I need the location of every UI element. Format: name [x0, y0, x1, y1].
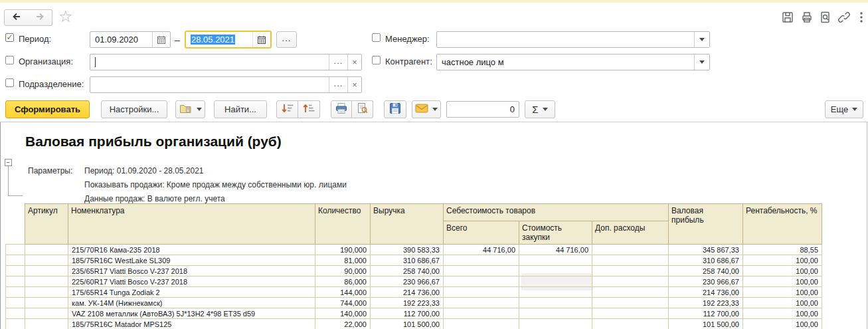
header-cost-group[interactable]: Себестоимость товаров [444, 204, 669, 221]
cell-cost-purchase[interactable] [519, 276, 592, 287]
cell-margin[interactable]: 100,00 [743, 255, 822, 266]
cell-revenue[interactable]: 112 700,00 [371, 308, 444, 319]
save-result-button[interactable] [384, 100, 406, 118]
cell-profit[interactable]: 214 736,00 [669, 287, 743, 298]
cell-revenue[interactable]: 310 686,67 [371, 255, 444, 266]
cell-nomenclature[interactable]: VAZ 2108 металлик (АвтоВАЗ) 5J*13H2 4*98… [68, 308, 315, 319]
cell-profit[interactable]: 112 700,00 [669, 308, 743, 319]
cell-margin[interactable]: 100,00 [743, 287, 822, 298]
choose-button[interactable]: ... [329, 77, 347, 92]
sort-ascending-button[interactable] [298, 100, 320, 118]
cell-lead[interactable] [6, 266, 25, 276]
calendar-icon[interactable] [252, 32, 270, 47]
cell-cost-extra[interactable] [592, 245, 669, 255]
counterparty-field[interactable]: частное лицо м [436, 54, 710, 70]
cell-cost-total[interactable] [444, 319, 519, 329]
header-articul[interactable]: Артикул [25, 204, 68, 245]
autosum-counter-field[interactable]: 0 [446, 101, 519, 118]
cell-margin[interactable]: 100,00 [743, 319, 822, 329]
cell-articul[interactable] [25, 255, 68, 266]
header-margin[interactable]: Рентабельность, % [743, 204, 822, 245]
manager-checkbox[interactable] [372, 33, 381, 42]
cell-lead[interactable] [6, 255, 25, 266]
cell-cost-total[interactable] [444, 255, 519, 266]
cell-cost-total[interactable] [444, 276, 519, 287]
cell-cost-extra[interactable] [592, 298, 669, 308]
cell-cost-purchase[interactable] [519, 298, 592, 308]
manager-field[interactable] [436, 31, 710, 48]
dropdown-arrow-icon[interactable] [694, 32, 709, 47]
cell-cost-total[interactable]: 44 716,00 [444, 245, 519, 255]
period-from-field[interactable]: 01.09.2020 [90, 31, 171, 48]
department-checkbox[interactable] [5, 78, 14, 87]
cell-lead[interactable] [6, 287, 25, 298]
cell-qty[interactable]: 190,000 [315, 245, 371, 255]
cell-nomenclature[interactable]: 185/75R16C WestLake SL309 [68, 255, 315, 266]
cell-cost-purchase[interactable]: 44 716,00 [519, 245, 592, 255]
sum-button[interactable]: Σ [525, 100, 555, 118]
organization-field[interactable]: ... × [90, 54, 362, 70]
choose-button[interactable]: ... [329, 55, 347, 70]
print-button[interactable] [331, 100, 352, 118]
header-cost-total[interactable]: Всего [444, 221, 519, 245]
cell-nomenclature[interactable]: 215/70R16 Кама-235 2018 [68, 245, 315, 255]
cell-cost-extra[interactable] [592, 266, 669, 276]
cell-articul[interactable] [25, 266, 68, 276]
cell-cost-extra[interactable] [592, 255, 669, 266]
cell-nomenclature[interactable]: кам. УК-14М (Нижнекамск) [68, 298, 315, 308]
cell-revenue[interactable]: 192 223,33 [371, 298, 444, 308]
cell-nomenclature[interactable]: 185/75R16C Matador MPS125 [68, 319, 315, 329]
calendar-icon[interactable] [152, 32, 170, 47]
report-variant-button[interactable] [175, 100, 205, 118]
cell-cost-total[interactable] [444, 266, 519, 276]
cell-lead[interactable] [6, 298, 25, 308]
cell-qty[interactable]: 90,000 [315, 266, 371, 276]
back-button[interactable] [4, 9, 29, 26]
email-button[interactable] [412, 100, 441, 118]
cell-lead[interactable] [6, 308, 25, 319]
cell-profit[interactable]: 258 740,00 [669, 266, 743, 276]
cell-cost-purchase[interactable] [519, 266, 592, 276]
cell-qty[interactable]: 81,000 [315, 255, 371, 266]
cell-profit[interactable]: 230 966,67 [669, 276, 743, 287]
cell-revenue[interactable]: 101 500,00 [371, 319, 444, 329]
preview-icon[interactable] [818, 10, 833, 25]
cell-articul[interactable] [25, 276, 68, 287]
cell-cost-purchase[interactable] [519, 287, 592, 298]
cell-cost-purchase[interactable] [519, 255, 592, 266]
cell-cost-extra[interactable] [592, 287, 669, 298]
counterparty-value[interactable]: частное лицо м [437, 55, 694, 70]
cell-margin[interactable]: 100,00 [743, 266, 822, 276]
forward-button[interactable] [28, 9, 52, 26]
favorites-star-icon[interactable]: ☆ [58, 8, 73, 25]
cell-lead[interactable] [6, 245, 25, 255]
settings-button[interactable]: Настройки... [101, 100, 167, 118]
generate-button[interactable]: Сформировать [5, 100, 90, 118]
header-revenue[interactable]: Выручка [371, 204, 444, 245]
cell-cost-total[interactable] [444, 308, 519, 319]
counterparty-checkbox[interactable] [372, 56, 381, 64]
period-to-value[interactable]: 28.05.2021 [191, 35, 235, 45]
sort-descending-button[interactable] [276, 100, 298, 118]
cell-cost-extra[interactable] [592, 308, 669, 319]
cell-profit[interactable]: 192 223,33 [669, 298, 743, 308]
save-icon[interactable] [780, 10, 795, 25]
cell-revenue[interactable]: 230 966,67 [371, 276, 444, 287]
clear-icon[interactable]: × [347, 77, 361, 92]
cell-profit[interactable]: 310 686,67 [669, 255, 743, 266]
cell-cost-total[interactable] [444, 298, 519, 308]
find-button[interactable]: Найти... [214, 100, 267, 118]
organization-value[interactable] [90, 55, 329, 70]
header-cost-purchase[interactable]: Стоимость закупки [519, 221, 592, 245]
cell-cost-extra[interactable] [592, 319, 669, 329]
period-checkbox[interactable]: ✓ [5, 33, 14, 42]
cell-articul[interactable] [25, 319, 68, 329]
collapse-group-button[interactable]: − [5, 159, 12, 166]
print-preview-button[interactable] [352, 100, 373, 118]
department-field[interactable]: ... × [90, 76, 362, 93]
cell-nomenclature[interactable]: 235/65R17 Viatti Bosco V-237 2018 [68, 266, 315, 276]
cell-margin[interactable]: 100,00 [743, 298, 822, 308]
manager-value[interactable] [437, 32, 694, 47]
cell-margin[interactable]: 100,00 [743, 276, 822, 287]
cell-articul[interactable] [25, 245, 68, 255]
